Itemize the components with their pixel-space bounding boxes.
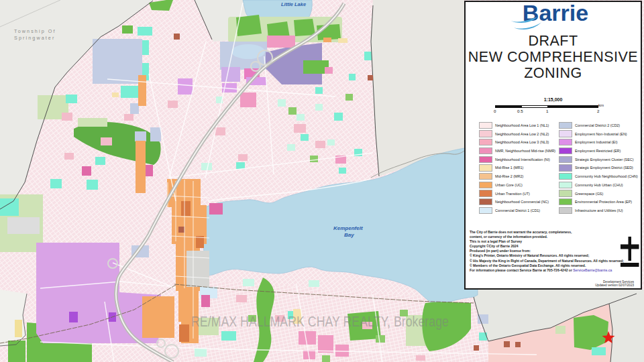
svg-text:Township Of: Township Of (14, 28, 56, 34)
svg-text:Bay: Bay (344, 232, 354, 238)
svg-text:Springwater: Springwater (14, 35, 55, 41)
svg-text:Little Lake: Little Lake (281, 1, 306, 7)
svg-text:Barrie: Barrie (522, 1, 588, 25)
svg-text:Kempenfelt: Kempenfelt (333, 225, 363, 231)
